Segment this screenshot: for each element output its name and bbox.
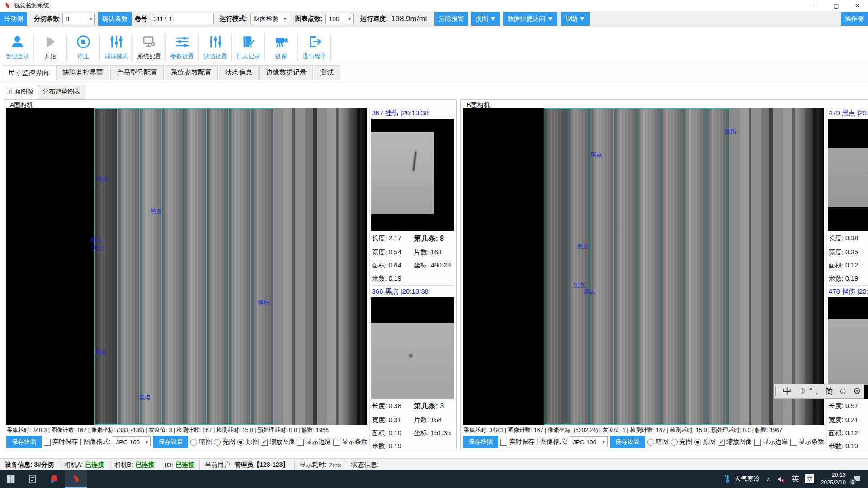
bright-image-radio[interactable]: 亮图 (671, 438, 692, 446)
ime-drag-handle[interactable] (775, 386, 778, 396)
drive-side-button[interactable]: 传动侧 (0, 12, 27, 26)
tab-size-monitor[interactable]: 尺寸监控界面 (2, 65, 55, 80)
ime-emoji-icon[interactable]: ☺ (836, 386, 850, 396)
subtab-distribution-trend-chart[interactable]: 分布趋势图表 (38, 85, 85, 99)
bright-image-radio[interactable]: 亮图 (214, 438, 235, 446)
show-strips-checkbox[interactable]: 显示条数 (790, 438, 824, 446)
log-book-icon (241, 34, 256, 51)
toolbar-button-label: 管理登录 (5, 52, 29, 61)
subtab-front-image[interactable]: 正面图像 (4, 85, 38, 99)
taskbar-app-notes-icon[interactable] (22, 470, 43, 488)
zoom-image-checkbox[interactable]: 缩放图像 (718, 438, 752, 446)
save-settings-button[interactable]: 保存设置 (610, 436, 645, 448)
toolbar-button-param-settings[interactable]: 参数设置 (166, 33, 199, 61)
tray-expand-chevron[interactable]: ∧ (766, 476, 771, 483)
original-image-radio[interactable]: 原图 (237, 438, 259, 446)
start-button[interactable] (0, 470, 22, 488)
toolbar-button-exit-program[interactable]: 退出程序 (298, 33, 331, 61)
dark-image-radio[interactable]: 暗图 (647, 438, 669, 446)
toolbar-button-debug-mode[interactable]: 调试模式 (100, 33, 133, 61)
chart-points-select[interactable]: 100▼ (326, 14, 354, 24)
save-settings-button[interactable]: 保存设置 (153, 436, 188, 448)
confirm-count-button[interactable]: 确认条数 (98, 12, 132, 26)
defect-overlay-label: 黑点 (139, 394, 151, 402)
zoom-image-checkbox[interactable]: 缩放图像 (261, 438, 295, 446)
checkbox-icon (44, 439, 51, 446)
show-edges-checkbox[interactable]: 显示边缘 (297, 438, 331, 446)
tab-product-model-config[interactable]: 产品型号配置 (110, 65, 164, 80)
volume-muted-icon[interactable] (777, 475, 785, 483)
toolbar-button-admin-login[interactable]: 管理登录 (1, 33, 34, 61)
save-snapshot-button[interactable]: 保存快照 (6, 436, 42, 448)
cut-strip (184, 108, 207, 425)
close-button[interactable]: ✕ (847, 0, 868, 11)
run-mode-label: 运行模式: (220, 15, 247, 23)
original-image-radio[interactable]: 原图 (694, 438, 716, 446)
defect-card[interactable]: 367 挫伤|20:13:38 长度: 2.17 第几条: 8 宽度: 0.54… (371, 108, 454, 283)
camera-image-a[interactable]: 黑点黑点黑点黑点挫伤黑点黑点 (6, 108, 367, 425)
realtime-save-checkbox[interactable]: 实时保存 (500, 438, 534, 446)
camera-image-b[interactable]: 挫伤黑点黑点黑点黑点 (463, 108, 824, 425)
tab-system-param-config[interactable]: 系统参数配置 (165, 65, 218, 80)
toolbar-button-log-record[interactable]: 日志记录 (232, 33, 265, 61)
radio-icon (237, 439, 244, 446)
ime-punctuation-icon[interactable]: °， (808, 385, 822, 397)
help-menu-button[interactable]: 帮助 ▼ (561, 12, 590, 26)
language-indicator[interactable]: 英 (792, 474, 799, 484)
split-count-select[interactable]: 8▼ (62, 14, 95, 24)
image-format-label: | 图像格式: (537, 438, 567, 446)
window-title: 视觉检测系统 (14, 1, 49, 9)
tab-status-info[interactable]: 状态信息 (219, 65, 259, 80)
roll-number-input[interactable] (151, 14, 214, 24)
checkbox-icon (297, 439, 304, 446)
minimize-button[interactable]: – (804, 0, 826, 11)
checkbox-icon (500, 439, 507, 446)
toolbar-button-start[interactable]: 开始 (34, 33, 67, 61)
toolbar-button-system-config[interactable]: 系统配置 (133, 33, 166, 61)
cut-strip (94, 108, 117, 425)
taskbar-clock[interactable]: 20:13 2025/2/10 (821, 471, 846, 487)
radio-icon (647, 439, 654, 446)
chevron-down-icon: ▼ (145, 440, 149, 445)
image-format-select[interactable]: JPG 100▼ (570, 436, 608, 447)
toolbar-button-video-capture[interactable]: 摄像 (265, 33, 298, 61)
ime-settings-icon[interactable]: ⚙ (850, 386, 864, 396)
maximize-button[interactable]: ▢ (826, 0, 847, 11)
toolbar-button-defect-settings[interactable]: 缺陷设置 (199, 33, 232, 61)
display-time: 显示耗时:2ms (295, 460, 346, 470)
tab-defect-monitor[interactable]: 缺陷监控界面 (56, 65, 109, 80)
defect-card[interactable]: 478 挫伤|20:13:38 长度: 0.57 第几条: 3 宽度: 0.21… (828, 285, 868, 450)
clear-alarm-button[interactable]: 清除报警 (434, 12, 468, 26)
defect-overlay-label: 黑点 (584, 288, 595, 296)
dark-image-radio[interactable]: 暗图 (190, 438, 212, 446)
defect-card[interactable]: 366 黑点|20:13:38 长度: 0.38 第几条: 3 宽度: 0.31… (371, 285, 454, 450)
operator-side-button[interactable]: 操作侧 (841, 12, 868, 26)
defect-card[interactable]: 479 黑点|20:13:38 长度: 0.38 第几条: 4 宽度: 0.35… (828, 108, 868, 283)
tab-edge-data-record[interactable]: 边缘数据记录 (259, 65, 313, 80)
taskbar-app-red-icon[interactable] (43, 470, 65, 488)
show-strips-checkbox[interactable]: 显示条数 (333, 438, 367, 446)
realtime-save-checkbox[interactable]: 实时保存 (44, 438, 78, 446)
view-menu-button[interactable]: 视图 ▼ (471, 12, 500, 26)
quick-access-menu-button[interactable]: 数据快捷访问 ▼ (503, 12, 557, 26)
radio-icon (671, 439, 678, 446)
run-mode-select[interactable]: 双面检测▼ (250, 14, 289, 24)
ime-mode-chinese[interactable]: 中 (780, 385, 794, 397)
notification-center-button[interactable]: 6 (852, 474, 863, 484)
weather-widget[interactable]: 天气寒冷 (723, 474, 760, 484)
image-format-select[interactable]: JPG 100▼ (113, 436, 151, 447)
ime-pinyin-badge[interactable]: 拼 (805, 474, 814, 483)
toolbar-button-stop[interactable]: 停止 (67, 33, 100, 61)
checkbox-icon (333, 439, 340, 446)
notification-badge: 6 (849, 479, 856, 486)
ime-fullwidth-icon[interactable]: ☽ (794, 386, 808, 396)
save-snapshot-button[interactable]: 保存快照 (463, 436, 498, 448)
toolbar-button-label: 退出程序 (302, 52, 326, 61)
ime-simplified-icon[interactable]: 简 (822, 385, 836, 397)
stop-icon (76, 34, 91, 51)
radio-icon (214, 439, 221, 446)
radio-icon (694, 439, 701, 446)
taskbar-app-vision-system-icon[interactable] (65, 470, 87, 488)
tab-test[interactable]: 测试 (314, 65, 340, 80)
show-edges-checkbox[interactable]: 显示边缘 (754, 438, 788, 446)
